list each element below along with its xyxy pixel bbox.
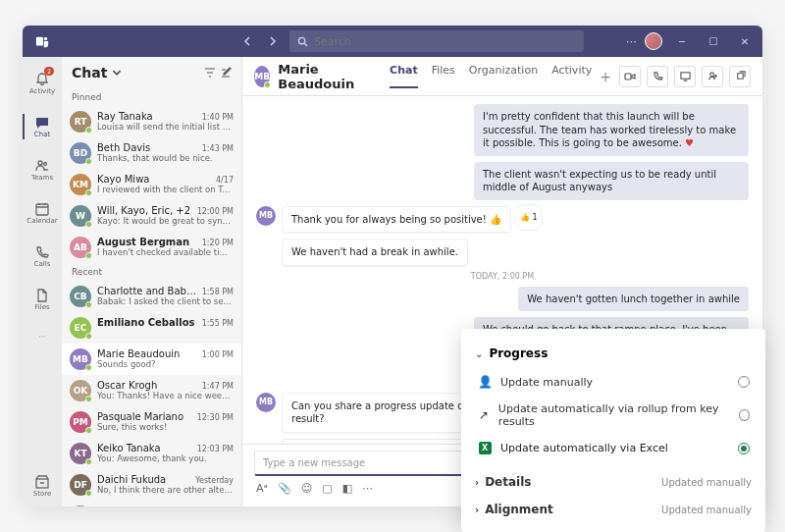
- share-screen-button[interactable]: [674, 66, 696, 87]
- chat-list-item[interactable]: MB Marie Beaudouin1:00 PM Sounds good?: [62, 344, 241, 375]
- window-close-button[interactable]: ✕: [733, 29, 757, 53]
- audio-call-button[interactable]: [647, 66, 668, 87]
- chat-list-item[interactable]: DF Daichi FukudaYesterday No, I think th…: [62, 469, 241, 501]
- add-tab-button[interactable]: +: [600, 69, 611, 84]
- emoji-icon[interactable]: ☺: [301, 482, 312, 495]
- chat-item-time: 1:55 PM: [202, 319, 234, 328]
- chat-item-name: Keiko Tanaka: [97, 443, 161, 453]
- chat-list-item[interactable]: EC Emiliano Ceballos1:55 PM: [62, 312, 241, 344]
- tab-chat[interactable]: Chat: [390, 64, 418, 88]
- chat-list-item[interactable]: KT Keiko Tanaka12:03 PM You: Awesome, th…: [62, 438, 241, 469]
- progress-option[interactable]: 👤Update manually: [475, 368, 752, 396]
- chat-item-preview: Babak: I asked the client to send her fe…: [97, 296, 234, 306]
- chat-item-name: Emiliano Ceballos: [97, 317, 194, 328]
- contact-avatar[interactable]: MB: [254, 66, 270, 87]
- avatar: OK: [70, 380, 91, 401]
- format-icon[interactable]: Aᵃ: [256, 482, 268, 495]
- gif-icon[interactable]: ▢: [322, 482, 332, 495]
- message-bubble[interactable]: The client wasn't expecting us to be rea…: [474, 162, 749, 200]
- avatar: DF: [70, 474, 91, 496]
- rail-activity[interactable]: 2 Activity: [23, 63, 62, 104]
- more-icon[interactable]: ⋯: [626, 35, 637, 48]
- rail-label: Files: [34, 303, 49, 311]
- filter-icon[interactable]: [204, 67, 216, 79]
- rail-calendar[interactable]: Calendar: [23, 192, 62, 234]
- window-minimize-button[interactable]: ─: [670, 29, 694, 53]
- chat-list-item[interactable]: W Will, Kayo, Eric, +212:00 PM Kayo: It …: [62, 200, 241, 232]
- attach-icon[interactable]: 📎: [278, 482, 291, 495]
- message-row: We haven't had a break in awhile.: [256, 239, 749, 266]
- more-compose-icon[interactable]: ⋯: [362, 482, 373, 495]
- chat-item-name: Pasquale Mariano: [97, 411, 183, 422]
- user-avatar[interactable]: [645, 32, 662, 50]
- search-input[interactable]: [314, 35, 576, 48]
- conversation-title: Marie Beaudouin: [278, 62, 368, 91]
- chevron-down-icon[interactable]: [111, 67, 123, 79]
- chat-item-preview: Louisa will send the initial list of att…: [97, 122, 234, 132]
- chat-item-time: 1:58 PM: [202, 288, 234, 296]
- tab-activity[interactable]: Activity: [551, 64, 592, 88]
- progress-section-header[interactable]: ⌄ Progress: [475, 346, 752, 360]
- tab-organization[interactable]: Organization: [469, 64, 538, 88]
- rail-calls[interactable]: Calls: [23, 236, 62, 277]
- chat-item-name: Kian Lambert: [97, 505, 163, 506]
- chat-item-preview: I haven't checked available times yet: [97, 247, 234, 257]
- video-call-button[interactable]: [619, 66, 641, 87]
- window-maximize-button[interactable]: ☐: [702, 29, 725, 53]
- chat-icon: [34, 115, 50, 131]
- svg-point-1: [44, 37, 48, 41]
- radio-icon: [738, 376, 750, 388]
- chat-list-item[interactable]: BD Beth Davis1:43 PM Thanks, that would …: [62, 137, 241, 169]
- teams-icon: [34, 158, 50, 174]
- avatar: RT: [70, 111, 91, 133]
- conversation-header: MB Marie Beaudouin ChatFilesOrganization…: [242, 57, 762, 96]
- add-people-button[interactable]: [702, 66, 723, 87]
- svg-rect-5: [36, 204, 48, 215]
- chat-list-item[interactable]: PM Pasquale Mariano12:30 PM Sure, this w…: [62, 406, 241, 438]
- rail-teams[interactable]: Teams: [23, 149, 62, 190]
- chat-list-item[interactable]: AB August Bergman1:20 PM I haven't check…: [62, 232, 241, 263]
- rail-files[interactable]: Files: [23, 279, 62, 320]
- message-bubble[interactable]: We haven't had a break in awhile.: [282, 239, 468, 266]
- rail-label: Chat: [34, 131, 50, 138]
- nav-back-button[interactable]: [238, 31, 258, 51]
- rail-store[interactable]: Store: [23, 465, 62, 506]
- alignment-section-header[interactable]: ›Alignment Updated manually: [475, 503, 752, 516]
- sender-avatar: MB: [256, 206, 276, 226]
- avatar: KT: [70, 443, 91, 464]
- progress-option[interactable]: XUpdate automatically via Excel: [475, 435, 752, 461]
- message-bubble[interactable]: We haven't gotten lunch together in awhi…: [518, 287, 749, 312]
- search-box[interactable]: [289, 30, 584, 52]
- nav-forward-button[interactable]: [262, 31, 282, 51]
- radio-icon: [739, 409, 750, 421]
- avatar: KL: [70, 505, 91, 506]
- rail-more[interactable]: ⋯: [23, 322, 62, 351]
- chat-item-name: Will, Kayo, Eric, +2: [97, 205, 190, 216]
- chat-list-item[interactable]: KL Kian LambertYesterday Can you run thi…: [62, 501, 241, 506]
- message-row: MBThank you for always being so positive…: [256, 206, 749, 234]
- details-section-header[interactable]: ›Details Updated manually: [475, 475, 752, 489]
- recent-section-label: Recent: [62, 263, 241, 281]
- chat-list-item[interactable]: CB Charlotte and Babak1:58 PM Babak: I a…: [62, 281, 241, 312]
- avatar: AB: [70, 237, 91, 258]
- tab-files[interactable]: Files: [432, 64, 455, 88]
- new-chat-icon[interactable]: [220, 67, 232, 79]
- chat-list-item[interactable]: KM Kayo Miwa4/17 I reviewed with the cli…: [62, 169, 241, 200]
- store-icon: [34, 474, 50, 490]
- progress-option[interactable]: ↗Update automatically via rollup from ke…: [475, 396, 752, 435]
- sticker-icon[interactable]: ◧: [342, 482, 352, 495]
- chat-item-name: Marie Beaudouin: [97, 348, 180, 359]
- chevron-right-icon: ›: [475, 477, 479, 488]
- chat-list-item[interactable]: OK Oscar Krogh1:47 PM You: Thanks! Have …: [62, 375, 241, 406]
- message-bubble[interactable]: I'm pretty confident that this launch wi…: [474, 104, 749, 156]
- chat-item-preview: I reviewed with the client on Tuesda...: [97, 185, 234, 194]
- message-bubble[interactable]: Thank you for always being so positive! …: [282, 206, 511, 234]
- svg-point-3: [38, 161, 42, 165]
- reaction-badge[interactable]: 👍 1: [515, 204, 543, 232]
- rail-chat[interactable]: Chat: [23, 106, 62, 147]
- progress-panel: ⌄ Progress 👤Update manually↗Update autom…: [461, 329, 765, 532]
- avatar: MB: [70, 348, 91, 370]
- popout-button[interactable]: [729, 66, 751, 87]
- chat-list-item[interactable]: RT Ray Tanaka1:40 PM Louisa will send th…: [62, 106, 241, 137]
- option-label: Update automatically via rollup from key…: [498, 402, 723, 428]
